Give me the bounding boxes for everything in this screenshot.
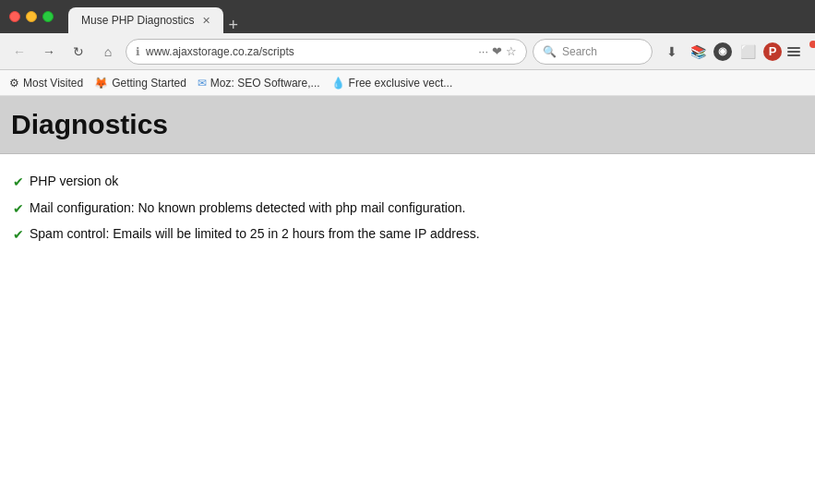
active-tab[interactable]: Muse PHP Diagnostics ✕ [68,7,223,33]
search-icon: 🔍 [543,45,557,58]
page-title: Diagnostics [11,109,804,140]
title-bar: Muse PHP Diagnostics ✕ + [0,0,815,33]
search-bar[interactable]: 🔍 Search [533,39,653,65]
checkmark-icon-1: ✔ [13,174,24,192]
address-bar-icons: ··· ❤ ☆ [478,44,517,58]
bookmark-getting-started[interactable]: 🦊 Getting Started [94,77,186,90]
diagnostic-item-spam: ✔ Spam control: Emails will be limited t… [13,225,802,245]
bookmark-moz-seo[interactable]: ✉ Moz: SEO Software,... [198,77,320,90]
bookmark-star-icon[interactable]: ☆ [506,44,517,58]
diagnostic-text-3: Spam control: Emails will be limited to … [30,225,480,244]
traffic-lights [9,11,54,22]
bookmark-most-visited[interactable]: ⚙ Most Visited [9,77,83,90]
synced-tabs-icon[interactable]: ⬜ [737,42,758,62]
tab-title: Muse PHP Diagnostics [81,14,195,27]
page-content: Diagnostics ✔ PHP version ok ✔ Mail conf… [0,96,815,504]
more-options-icon[interactable]: ··· [478,44,488,58]
diagnostic-item-php: ✔ PHP version ok [13,173,802,192]
back-button[interactable]: ← [7,40,31,64]
menu-button[interactable] [787,47,800,56]
search-placeholder: Search [562,45,597,58]
moz-icon: ✉ [198,77,207,90]
forward-button[interactable]: → [37,40,61,64]
nav-right-icons: ⬇ 📚 ◉ ⬜ P [662,42,808,62]
checkmark-icon-3: ✔ [13,226,24,245]
tabs-area: Muse PHP Diagnostics ✕ + [68,0,806,33]
bookmark-label: Most Visited [23,77,83,90]
library-icon[interactable]: 📚 [688,42,708,62]
user-avatar[interactable]: ◉ [713,42,732,61]
bookmark-label: Moz: SEO Software,... [210,77,320,90]
minimize-button[interactable] [26,11,37,22]
reload-button[interactable]: ↻ [66,40,90,64]
new-tab-button[interactable]: + [229,17,239,33]
bookmark-label: Free exclusive vect... [349,77,453,90]
notification-badge [809,41,815,48]
page-header: Diagnostics [0,96,815,154]
pinterest-icon[interactable]: P [763,42,782,61]
close-button[interactable] [9,11,20,22]
security-icon: ℹ [136,45,140,58]
diagnostic-item-mail: ✔ Mail configuration: No known problems … [13,199,802,219]
vect-icon: 💧 [331,77,345,90]
maximize-button[interactable] [42,11,54,22]
firefox-icon: 🦊 [94,77,108,90]
tab-close-icon[interactable]: ✕ [202,15,210,27]
diagnostic-list: ✔ PHP version ok ✔ Mail configuration: N… [0,154,815,263]
nav-bar: ← → ↻ ⌂ ℹ www.ajaxstorage.co.za/scripts … [0,33,815,70]
bookmarks-bar: ⚙ Most Visited 🦊 Getting Started ✉ Moz: … [0,70,815,96]
address-bar[interactable]: ℹ www.ajaxstorage.co.za/scripts ··· ❤ ☆ [126,39,527,65]
bookmark-free-vectors[interactable]: 💧 Free exclusive vect... [331,77,453,90]
downloads-icon[interactable]: ⬇ [662,42,682,62]
most-visited-icon: ⚙ [9,77,19,90]
home-button[interactable]: ⌂ [96,40,120,64]
browser-window: Muse PHP Diagnostics ✕ + ← → ↻ ⌂ ℹ www.a… [0,0,815,504]
pocket-icon[interactable]: ❤ [492,44,502,58]
diagnostic-text-1: PHP version ok [30,173,118,191]
menu-area [787,47,808,56]
bookmark-label: Getting Started [112,77,186,90]
url-text: www.ajaxstorage.co.za/scripts [146,45,473,58]
diagnostic-text-2: Mail configuration: No known problems de… [30,199,465,218]
checkmark-icon-2: ✔ [13,200,24,219]
